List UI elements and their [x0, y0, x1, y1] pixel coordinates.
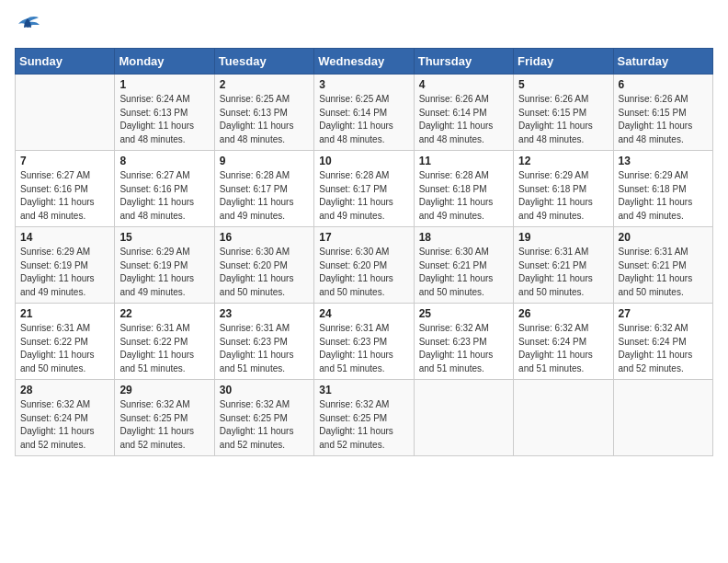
- calendar-cell: 15Sunrise: 6:29 AM Sunset: 6:19 PM Dayli…: [115, 227, 214, 304]
- day-info: Sunrise: 6:32 AM Sunset: 6:25 PM Dayligh…: [220, 398, 309, 452]
- day-info: Sunrise: 6:29 AM Sunset: 6:18 PM Dayligh…: [619, 169, 708, 223]
- calendar-cell: 9Sunrise: 6:28 AM Sunset: 6:17 PM Daylig…: [214, 151, 313, 227]
- day-info: Sunrise: 6:27 AM Sunset: 6:16 PM Dayligh…: [119, 169, 209, 223]
- day-number: 16: [220, 231, 309, 244]
- calendar-cell: 4Sunrise: 6:26 AM Sunset: 6:14 PM Daylig…: [414, 75, 513, 151]
- calendar-day-header: Monday: [115, 49, 214, 75]
- day-number: 15: [119, 231, 209, 244]
- calendar-week-row: 21Sunrise: 6:31 AM Sunset: 6:22 PM Dayli…: [16, 304, 713, 380]
- day-info: Sunrise: 6:32 AM Sunset: 6:23 PM Dayligh…: [419, 322, 508, 375]
- day-info: Sunrise: 6:28 AM Sunset: 6:17 PM Dayligh…: [220, 169, 309, 223]
- calendar-cell: 16Sunrise: 6:30 AM Sunset: 6:20 PM Dayli…: [214, 227, 313, 304]
- calendar-cell: 10Sunrise: 6:28 AM Sunset: 6:17 PM Dayli…: [314, 151, 414, 227]
- day-number: 13: [619, 155, 708, 167]
- day-info: Sunrise: 6:32 AM Sunset: 6:24 PM Dayligh…: [20, 398, 109, 452]
- day-info: Sunrise: 6:28 AM Sunset: 6:17 PM Dayligh…: [319, 169, 408, 223]
- calendar-cell: 25Sunrise: 6:32 AM Sunset: 6:23 PM Dayli…: [414, 304, 513, 380]
- day-number: 27: [619, 307, 708, 320]
- calendar-cell: 19Sunrise: 6:31 AM Sunset: 6:21 PM Dayli…: [514, 227, 613, 304]
- calendar-day-header: Friday: [514, 49, 613, 75]
- day-info: Sunrise: 6:30 AM Sunset: 6:21 PM Dayligh…: [419, 246, 508, 299]
- day-number: 19: [518, 231, 608, 244]
- day-info: Sunrise: 6:30 AM Sunset: 6:20 PM Dayligh…: [220, 246, 309, 299]
- calendar-cell: 2Sunrise: 6:25 AM Sunset: 6:13 PM Daylig…: [214, 75, 313, 151]
- calendar-week-row: 14Sunrise: 6:29 AM Sunset: 6:19 PM Dayli…: [16, 227, 713, 304]
- calendar-cell: 12Sunrise: 6:29 AM Sunset: 6:18 PM Dayli…: [514, 151, 613, 227]
- page-header: [15, 15, 713, 37]
- day-info: Sunrise: 6:32 AM Sunset: 6:25 PM Dayligh…: [319, 398, 408, 452]
- calendar-cell: 6Sunrise: 6:26 AM Sunset: 6:15 PM Daylig…: [613, 75, 712, 151]
- day-number: 31: [319, 384, 408, 396]
- calendar-cell: 11Sunrise: 6:28 AM Sunset: 6:18 PM Dayli…: [414, 151, 513, 227]
- calendar-body: 1Sunrise: 6:24 AM Sunset: 6:13 PM Daylig…: [16, 75, 713, 456]
- calendar-cell: 17Sunrise: 6:30 AM Sunset: 6:20 PM Dayli…: [314, 227, 414, 304]
- day-number: 25: [419, 307, 508, 320]
- day-info: Sunrise: 6:31 AM Sunset: 6:23 PM Dayligh…: [319, 322, 408, 375]
- day-number: 28: [20, 384, 109, 396]
- calendar-cell: 28Sunrise: 6:32 AM Sunset: 6:24 PM Dayli…: [16, 380, 115, 456]
- day-number: 29: [119, 384, 209, 396]
- logo-bird-icon: [15, 15, 40, 37]
- day-number: 24: [319, 307, 408, 320]
- calendar-cell: 22Sunrise: 6:31 AM Sunset: 6:22 PM Dayli…: [115, 304, 214, 380]
- day-number: 20: [619, 231, 708, 244]
- calendar-cell: 26Sunrise: 6:32 AM Sunset: 6:24 PM Dayli…: [514, 304, 613, 380]
- day-number: 9: [220, 155, 309, 167]
- day-number: 11: [419, 155, 508, 167]
- day-info: Sunrise: 6:26 AM Sunset: 6:15 PM Dayligh…: [619, 93, 708, 146]
- calendar-cell: 30Sunrise: 6:32 AM Sunset: 6:25 PM Dayli…: [214, 380, 313, 456]
- day-number: 14: [20, 231, 109, 244]
- calendar-cell: 1Sunrise: 6:24 AM Sunset: 6:13 PM Daylig…: [115, 75, 214, 151]
- day-number: 21: [20, 307, 109, 320]
- calendar-cell: 23Sunrise: 6:31 AM Sunset: 6:23 PM Dayli…: [214, 304, 313, 380]
- calendar-cell: 24Sunrise: 6:31 AM Sunset: 6:23 PM Dayli…: [314, 304, 414, 380]
- day-info: Sunrise: 6:32 AM Sunset: 6:25 PM Dayligh…: [119, 398, 209, 452]
- day-info: Sunrise: 6:29 AM Sunset: 6:19 PM Dayligh…: [119, 246, 209, 299]
- day-number: 5: [518, 78, 608, 91]
- calendar-cell: 21Sunrise: 6:31 AM Sunset: 6:22 PM Dayli…: [16, 304, 115, 380]
- calendar-cell: 29Sunrise: 6:32 AM Sunset: 6:25 PM Dayli…: [115, 380, 214, 456]
- calendar-week-row: 28Sunrise: 6:32 AM Sunset: 6:24 PM Dayli…: [16, 380, 713, 456]
- calendar-cell: [613, 380, 712, 456]
- calendar-day-header: Wednesday: [314, 49, 414, 75]
- calendar-cell: 20Sunrise: 6:31 AM Sunset: 6:21 PM Dayli…: [613, 227, 712, 304]
- day-number: 6: [619, 78, 708, 91]
- day-info: Sunrise: 6:29 AM Sunset: 6:18 PM Dayligh…: [518, 169, 608, 223]
- calendar-day-header: Sunday: [16, 49, 115, 75]
- calendar-cell: 18Sunrise: 6:30 AM Sunset: 6:21 PM Dayli…: [414, 227, 513, 304]
- day-info: Sunrise: 6:31 AM Sunset: 6:21 PM Dayligh…: [619, 246, 708, 299]
- day-number: 1: [119, 78, 209, 91]
- day-info: Sunrise: 6:25 AM Sunset: 6:13 PM Dayligh…: [220, 93, 309, 146]
- day-info: Sunrise: 6:32 AM Sunset: 6:24 PM Dayligh…: [518, 322, 608, 375]
- calendar-day-header: Thursday: [414, 49, 513, 75]
- calendar-day-header: Saturday: [613, 49, 712, 75]
- calendar-cell: 5Sunrise: 6:26 AM Sunset: 6:15 PM Daylig…: [514, 75, 613, 151]
- day-info: Sunrise: 6:26 AM Sunset: 6:14 PM Dayligh…: [419, 93, 508, 146]
- calendar-cell: 8Sunrise: 6:27 AM Sunset: 6:16 PM Daylig…: [115, 151, 214, 227]
- day-number: 2: [220, 78, 309, 91]
- day-number: 26: [518, 307, 608, 320]
- day-info: Sunrise: 6:24 AM Sunset: 6:13 PM Dayligh…: [119, 93, 209, 146]
- day-number: 3: [319, 78, 408, 91]
- day-number: 8: [119, 155, 209, 167]
- calendar-cell: 31Sunrise: 6:32 AM Sunset: 6:25 PM Dayli…: [314, 380, 414, 456]
- day-info: Sunrise: 6:31 AM Sunset: 6:22 PM Dayligh…: [20, 322, 109, 375]
- calendar-cell: [16, 75, 115, 151]
- calendar-cell: 3Sunrise: 6:25 AM Sunset: 6:14 PM Daylig…: [314, 75, 414, 151]
- day-info: Sunrise: 6:30 AM Sunset: 6:20 PM Dayligh…: [319, 246, 408, 299]
- day-info: Sunrise: 6:32 AM Sunset: 6:24 PM Dayligh…: [619, 322, 708, 375]
- day-number: 22: [119, 307, 209, 320]
- day-info: Sunrise: 6:31 AM Sunset: 6:21 PM Dayligh…: [518, 246, 608, 299]
- day-number: 12: [518, 155, 608, 167]
- day-info: Sunrise: 6:28 AM Sunset: 6:18 PM Dayligh…: [419, 169, 508, 223]
- day-info: Sunrise: 6:31 AM Sunset: 6:22 PM Dayligh…: [119, 322, 209, 375]
- calendar-cell: 27Sunrise: 6:32 AM Sunset: 6:24 PM Dayli…: [613, 304, 712, 380]
- day-number: 17: [319, 231, 408, 244]
- calendar-day-header: Tuesday: [214, 49, 313, 75]
- day-number: 30: [220, 384, 309, 396]
- day-number: 23: [220, 307, 309, 320]
- day-info: Sunrise: 6:26 AM Sunset: 6:15 PM Dayligh…: [518, 93, 608, 146]
- day-number: 7: [20, 155, 109, 167]
- calendar-week-row: 7Sunrise: 6:27 AM Sunset: 6:16 PM Daylig…: [16, 151, 713, 227]
- calendar-cell: 14Sunrise: 6:29 AM Sunset: 6:19 PM Dayli…: [16, 227, 115, 304]
